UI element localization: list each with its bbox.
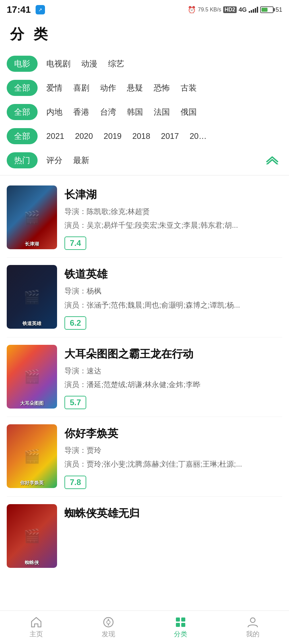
alarm-icon: ⏰ bbox=[188, 6, 196, 14]
filter-variety[interactable]: 综艺 bbox=[106, 57, 126, 70]
filter-2021[interactable]: 2021 bbox=[44, 130, 66, 142]
nav-category[interactable]: 分类 bbox=[174, 616, 187, 639]
filter-2020[interactable]: 2020 bbox=[73, 130, 95, 142]
svg-point-1 bbox=[107, 621, 110, 624]
filter-row-sort: 热门 评分 最新 bbox=[7, 148, 282, 172]
filter-action[interactable]: 动作 bbox=[98, 81, 118, 95]
movie-cast-1: 演员：吴京;易烊千玺;段奕宏;朱亚文;李晨;韩东君;胡... bbox=[64, 219, 282, 231]
movie-info-5: 蜘蛛侠英雄无归 bbox=[64, 504, 282, 524]
movie-item[interactable]: 🎬 你好李焕英 你好李焕英 导演：贾玲 演员：贾玲;张小斐;沈腾;陈赫;刘佳;丁… bbox=[7, 417, 282, 496]
movie-info-2: 铁道英雄 导演：杨枫 演员：张涵予;范伟;魏晨;周也;俞灏明;森博之;谭凯;杨.… bbox=[64, 265, 282, 329]
filter-russia[interactable]: 俄国 bbox=[179, 105, 199, 119]
movie-info-3: 大耳朵图图之霸王龙在行动 导演：速达 演员：潘延;范楚绒;胡谦;林永健;金炜;李… bbox=[64, 345, 282, 409]
svg-rect-6 bbox=[176, 623, 180, 627]
filter-hongkong[interactable]: 香港 bbox=[71, 105, 91, 119]
movie-title-4: 你好李焕英 bbox=[64, 426, 282, 441]
movie-cast-2: 演员：张涵予;范伟;魏晨;周也;俞灏明;森博之;谭凯;杨... bbox=[64, 299, 282, 311]
filter-more-years[interactable]: 20… bbox=[188, 130, 209, 142]
nav-category-label: 分类 bbox=[174, 630, 187, 639]
network-type: 4G bbox=[239, 6, 247, 13]
filter-rating-sort[interactable]: 评分 bbox=[44, 154, 64, 167]
hd2-icon: HD2 bbox=[223, 6, 237, 13]
bottom-nav: 主页 发现 分类 我的 bbox=[0, 610, 289, 644]
filter-tag-year-all[interactable]: 全部 bbox=[7, 128, 38, 144]
poster-label-2: 铁道英雄 bbox=[7, 321, 57, 327]
movie-poster-3[interactable]: 🎬 大耳朵图图 bbox=[7, 345, 57, 409]
movie-title-2: 铁道英雄 bbox=[64, 267, 282, 282]
svg-rect-5 bbox=[181, 618, 185, 622]
filter-mainland[interactable]: 内地 bbox=[44, 105, 64, 119]
filter-tvshow[interactable]: 电视剧 bbox=[44, 57, 73, 70]
filter-costume[interactable]: 古装 bbox=[179, 81, 199, 95]
filter-comedy[interactable]: 喜剧 bbox=[71, 81, 91, 95]
movie-cast-3: 演员：潘延;范楚绒;胡谦;林永健;金炜;李晔 bbox=[64, 379, 282, 390]
poster-label-5: 蜘蛛侠 bbox=[7, 560, 57, 566]
movie-poster-4[interactable]: 🎬 你好李焕英 bbox=[7, 424, 57, 488]
nav-profile-label: 我的 bbox=[246, 630, 259, 639]
network-speed: 79.5 KB/s bbox=[198, 7, 221, 13]
filter-taiwan[interactable]: 台湾 bbox=[98, 105, 118, 119]
movie-cast-4: 演员：贾玲;张小斐;沈腾;陈赫;刘佳;丁嘉丽;王琳;杜源;... bbox=[64, 458, 282, 470]
filter-row-genre: 全部 爱情 喜剧 动作 悬疑 恐怖 古装 bbox=[7, 76, 282, 100]
filter-row-year: 全部 2021 2020 2019 2018 2017 20… bbox=[7, 124, 282, 148]
nav-home[interactable]: 主页 bbox=[30, 616, 43, 639]
filter-2017[interactable]: 2017 bbox=[159, 130, 181, 142]
movie-title-3: 大耳朵图图之霸王龙在行动 bbox=[64, 347, 282, 362]
movie-item[interactable]: 🎬 大耳朵图图 大耳朵图图之霸王龙在行动 导演：速达 演员：潘延;范楚绒;胡谦;… bbox=[7, 337, 282, 417]
filter-romance[interactable]: 爱情 bbox=[44, 81, 64, 95]
movie-item[interactable]: 🎬 长津湖 长津湖 导演：陈凯歌;徐克;林超贤 演员：吴京;易烊千玺;段奕宏;朱… bbox=[7, 178, 282, 258]
movie-info-4: 你好李焕英 导演：贾玲 演员：贾玲;张小斐;沈腾;陈赫;刘佳;丁嘉丽;王琳;杜源… bbox=[64, 424, 282, 489]
movie-rating-1: 7.4 bbox=[64, 236, 86, 250]
status-app-icon: ↗ bbox=[36, 5, 45, 14]
section-divider bbox=[0, 175, 289, 175]
movie-poster-1[interactable]: 🎬 长津湖 bbox=[7, 185, 57, 249]
discover-icon bbox=[102, 616, 114, 628]
filter-newest-sort[interactable]: 最新 bbox=[71, 154, 91, 167]
filter-france[interactable]: 法国 bbox=[152, 105, 172, 119]
movie-rating-2: 6.2 bbox=[64, 316, 86, 330]
movie-director-4: 导演：贾玲 bbox=[64, 444, 282, 456]
nav-discover[interactable]: 发现 bbox=[102, 616, 115, 639]
movie-item[interactable]: 🎬 铁道英雄 铁道英雄 导演：杨枫 演员：张涵予;范伟;魏晨;周也;俞灏明;森博… bbox=[7, 258, 282, 337]
filter-tag-genre-all[interactable]: 全部 bbox=[7, 80, 38, 96]
nav-profile[interactable]: 我的 bbox=[246, 616, 259, 639]
filter-section: 电影 电视剧 动漫 综艺 全部 爱情 喜剧 动作 悬疑 恐怖 古装 全部 内地 … bbox=[0, 52, 289, 172]
signal-bars bbox=[249, 7, 258, 13]
sort-items: 热门 评分 最新 bbox=[7, 152, 91, 168]
collapse-icon[interactable] bbox=[266, 154, 279, 167]
movie-list: 🎬 长津湖 长津湖 导演：陈凯歌;徐克;林超贤 演员：吴京;易烊千玺;段奕宏;朱… bbox=[0, 178, 289, 575]
status-bar: 17:41 ↗ ⏰ 79.5 KB/s HD2 4G 51 bbox=[0, 0, 289, 18]
movie-director-2: 导演：杨枫 bbox=[64, 285, 282, 297]
battery-percent: 51 bbox=[276, 6, 282, 13]
filter-row-region: 全部 内地 香港 台湾 韩国 法国 俄国 bbox=[7, 100, 282, 124]
svg-rect-7 bbox=[181, 623, 185, 627]
filter-anime[interactable]: 动漫 bbox=[79, 57, 99, 70]
poster-label-3: 大耳朵图图 bbox=[7, 400, 57, 407]
filter-tag-region-all[interactable]: 全部 bbox=[7, 104, 38, 120]
poster-label-4: 你好李焕英 bbox=[7, 480, 57, 486]
filter-row-content-type: 电影 电视剧 动漫 综艺 bbox=[7, 52, 282, 76]
movie-director-1: 导演：陈凯歌;徐克;林超贤 bbox=[64, 206, 282, 217]
svg-point-8 bbox=[250, 618, 255, 623]
filter-mystery[interactable]: 悬疑 bbox=[125, 81, 145, 95]
category-icon bbox=[175, 616, 187, 628]
svg-point-3 bbox=[108, 624, 109, 626]
movie-poster-5[interactable]: 🎬 蜘蛛侠 bbox=[7, 504, 57, 568]
filter-tag-hot[interactable]: 热门 bbox=[7, 152, 38, 168]
status-icons: ⏰ 79.5 KB/s HD2 4G 51 bbox=[188, 6, 282, 14]
nav-discover-label: 发现 bbox=[102, 630, 115, 639]
filter-2018[interactable]: 2018 bbox=[130, 130, 152, 142]
filter-horror[interactable]: 恐怖 bbox=[152, 81, 172, 95]
poster-label-1: 长津湖 bbox=[7, 241, 57, 247]
movie-poster-2[interactable]: 🎬 铁道英雄 bbox=[7, 265, 57, 329]
filter-korea[interactable]: 韩国 bbox=[125, 105, 145, 119]
filter-2019[interactable]: 2019 bbox=[102, 130, 124, 142]
movie-rating-3: 5.7 bbox=[64, 396, 86, 409]
svg-point-2 bbox=[108, 619, 109, 620]
movie-director-3: 导演：速达 bbox=[64, 365, 282, 377]
profile-icon bbox=[247, 616, 259, 628]
filter-tag-movie[interactable]: 电影 bbox=[7, 56, 38, 72]
svg-rect-4 bbox=[176, 618, 180, 622]
movie-item[interactable]: 🎬 蜘蛛侠 蜘蛛侠英雄无归 bbox=[7, 497, 282, 575]
status-time: 17:41 bbox=[7, 4, 31, 15]
